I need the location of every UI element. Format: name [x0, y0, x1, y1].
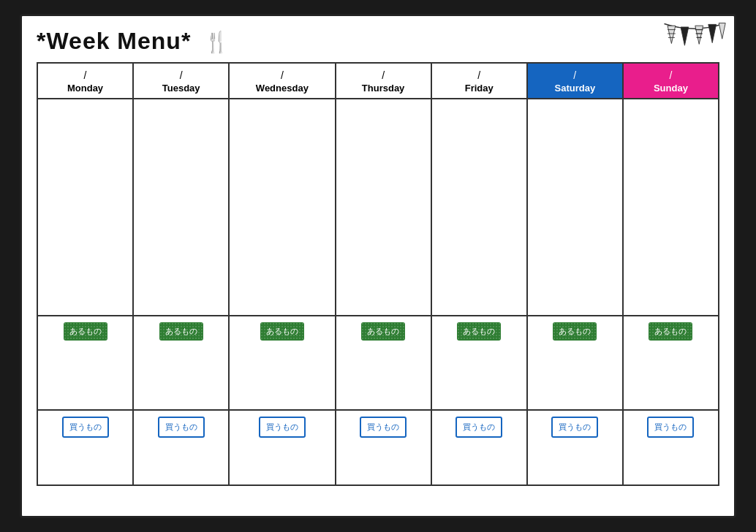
items-row-wednesday: あるもの [229, 316, 335, 410]
calendar-table: / Monday / Tuesday / Wednesday / Thursda… [37, 62, 719, 486]
day-header-tuesday: / Tuesday [133, 63, 229, 99]
blue-badge-tuesday[interactable]: 買うもの [158, 417, 205, 438]
blue-badge-thursday[interactable]: 買うもの [360, 417, 407, 438]
green-badge-sunday[interactable]: あるもの [649, 322, 692, 341]
items-row-monday: あるもの [37, 316, 133, 410]
main-cell-wednesday [229, 99, 335, 316]
items-row-friday: あるもの [431, 316, 527, 410]
main-cell-tuesday [133, 99, 229, 316]
cutlery-icon: 🍴 [204, 30, 230, 54]
buy-row-thursday: 買うもの [336, 410, 431, 485]
green-badge-wednesday[interactable]: あるもの [260, 322, 304, 341]
svg-marker-10 [719, 23, 725, 39]
buy-row-saturday: 買うもの [527, 410, 623, 485]
items-row-thursday: あるもの [336, 316, 431, 410]
buy-row-sunday: 買うもの [623, 410, 719, 485]
green-badge-friday[interactable]: あるもの [457, 322, 501, 341]
green-badge-monday[interactable]: あるもの [64, 322, 107, 341]
svg-marker-4 [681, 27, 689, 45]
blue-badge-sunday[interactable]: 買うもの [647, 417, 694, 438]
svg-marker-5 [695, 26, 703, 44]
main-cell-thursday [336, 99, 431, 316]
day-header-friday: / Friday [431, 63, 527, 99]
svg-marker-0 [668, 26, 676, 43]
day-header-thursday: / Thursday [336, 63, 431, 99]
main-cell-friday [431, 99, 527, 316]
buy-row-tuesday: 買うもの [133, 410, 229, 485]
bunting-svg [661, 20, 727, 67]
main-cell-saturday [527, 99, 623, 316]
blue-badge-wednesday[interactable]: 買うもの [259, 417, 306, 438]
items-row-tuesday: あるもの [133, 316, 229, 410]
green-badge-thursday[interactable]: あるもの [361, 322, 405, 341]
day-header-saturday: / Saturday [527, 63, 623, 99]
page-title: *Week Menu* 🍴 [37, 28, 230, 55]
buy-row-monday: 買うもの [37, 410, 133, 485]
header: *Week Menu* 🍴 [37, 28, 719, 55]
day-header-wednesday: / Wednesday [229, 63, 335, 99]
svg-marker-9 [708, 24, 717, 42]
main-cell-monday [37, 99, 133, 316]
day-header-sunday: / Sunday [623, 63, 719, 99]
day-header-monday: / Monday [37, 63, 133, 99]
blue-badge-friday[interactable]: 買うもの [456, 417, 502, 438]
page: *Week Menu* 🍴 [20, 14, 736, 518]
buy-row-friday: 買うもの [431, 410, 527, 485]
buy-row-wednesday: 買うもの [229, 410, 335, 485]
items-row-sunday: あるもの [623, 316, 719, 410]
title-text: *Week Menu* [37, 28, 191, 54]
main-cell-sunday [623, 99, 719, 316]
blue-badge-saturday[interactable]: 買うもの [551, 417, 598, 438]
blue-badge-monday[interactable]: 買うもの [62, 417, 109, 438]
green-badge-tuesday[interactable]: あるもの [159, 322, 203, 341]
items-row-saturday: あるもの [527, 316, 623, 410]
green-badge-saturday[interactable]: あるもの [553, 322, 597, 341]
